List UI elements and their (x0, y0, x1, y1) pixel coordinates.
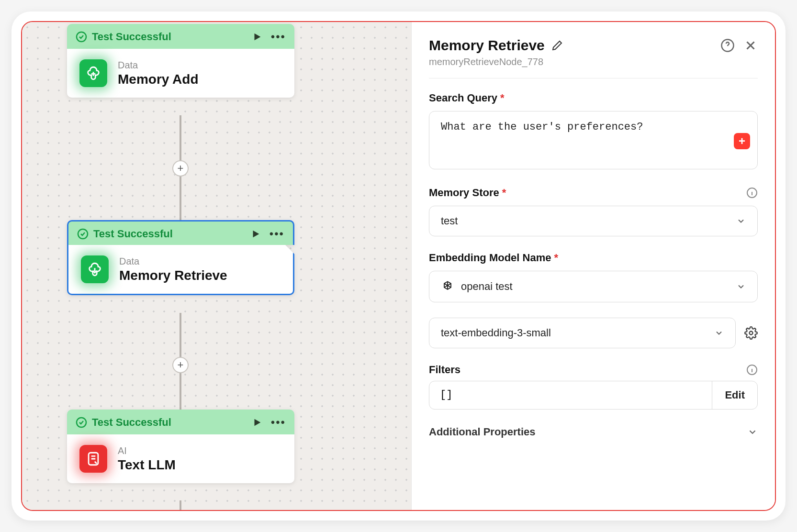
embedding-model-label: Embedding Model Name* (429, 252, 758, 264)
svg-point-6 (750, 332, 753, 335)
text-llm-icon (79, 445, 107, 473)
play-icon[interactable] (252, 32, 262, 42)
edit-icon[interactable] (551, 40, 563, 51)
filters-value: [] (429, 381, 712, 409)
panel-node-id: memoryRetrieveNode_778 (429, 56, 758, 67)
embedding-provider-value: openai test (461, 280, 513, 293)
memory-retrieve-icon (81, 255, 109, 283)
embedding-model-value: text-embedding-3-small (441, 327, 551, 339)
check-circle-icon (76, 31, 87, 43)
node-header: Test Successful ••• (67, 410, 294, 434)
workflow-canvas[interactable]: Test Successful ••• Data Memory Add + (22, 22, 411, 510)
check-circle-icon (77, 228, 89, 240)
more-icon[interactable]: ••• (271, 420, 286, 425)
memory-store-value: test (441, 215, 458, 227)
search-query-label: Search Query* (429, 92, 758, 104)
info-icon[interactable] (746, 187, 758, 199)
node-title: Text LLM (118, 457, 176, 473)
check-circle-icon (76, 417, 87, 428)
more-icon[interactable]: ••• (269, 231, 284, 237)
additional-properties-toggle[interactable]: Additional Properties (429, 426, 758, 438)
node-memory-retrieve[interactable]: Test Successful ••• Data Memory Retrieve (67, 220, 294, 295)
node-header: Test Successful ••• (67, 220, 294, 245)
node-category: Data (119, 256, 227, 267)
embedding-provider-select[interactable]: openai test (429, 271, 758, 302)
memory-add-icon (79, 59, 107, 87)
add-node-button[interactable]: + (172, 160, 189, 177)
add-node-button[interactable]: + (172, 357, 189, 373)
connector-line (180, 500, 181, 510)
play-icon[interactable] (252, 417, 262, 428)
node-text-llm[interactable]: Test Successful ••• AI Text LLM (67, 410, 294, 483)
close-icon[interactable] (743, 38, 758, 53)
node-body: AI Text LLM (67, 434, 294, 483)
panel-title: Memory Retrieve (429, 37, 545, 54)
memory-store-label: Memory Store* (429, 187, 758, 199)
embedding-model-select[interactable]: text-embedding-3-small (429, 318, 736, 348)
chevron-down-icon (747, 427, 758, 437)
search-query-input[interactable] (429, 111, 758, 169)
node-status-text: Test Successful (92, 416, 252, 429)
play-icon[interactable] (250, 229, 261, 239)
filters-label: Filters (429, 364, 758, 376)
divider (429, 78, 758, 78)
node-status-text: Test Successful (93, 228, 250, 240)
node-title: Memory Retrieve (119, 268, 227, 283)
properties-panel: Memory Retrieve memoryRetrieveNode_778 S… (411, 22, 775, 510)
chevron-down-icon (736, 282, 746, 291)
more-icon[interactable]: ••• (271, 34, 286, 40)
filters-edit-button[interactable]: Edit (712, 381, 757, 409)
node-category: Data (118, 60, 199, 71)
chevron-down-icon (714, 328, 724, 338)
node-title: Memory Add (118, 72, 199, 87)
memory-store-select[interactable]: test (429, 206, 758, 236)
openai-icon (441, 280, 454, 293)
node-category: AI (118, 445, 176, 456)
chevron-down-icon (736, 216, 746, 226)
node-body: Data Memory Retrieve (67, 245, 294, 295)
info-icon[interactable] (746, 364, 758, 376)
node-body: Data Memory Add (67, 49, 294, 98)
node-status-text: Test Successful (92, 31, 252, 43)
insert-variable-button[interactable]: + (734, 133, 750, 149)
node-memory-add[interactable]: Test Successful ••• Data Memory Add (67, 24, 294, 98)
help-icon[interactable] (720, 38, 735, 53)
node-header: Test Successful ••• (67, 24, 294, 49)
gear-icon[interactable] (744, 326, 758, 340)
